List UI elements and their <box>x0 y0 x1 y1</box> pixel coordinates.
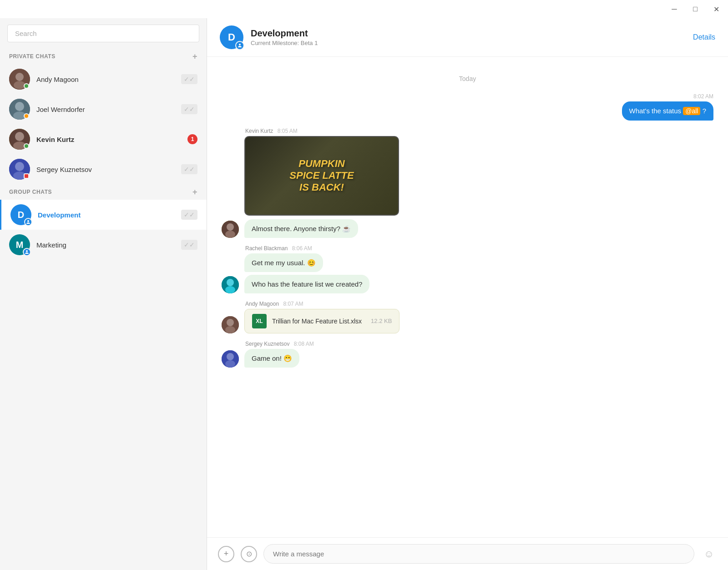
rachel-message-content: Rachel Blackman 8:06 AM Get me my usual.… <box>244 245 369 293</box>
status-dot-sergey <box>24 173 29 179</box>
rachel-message-row: Rachel Blackman 8:06 AM Get me my usual.… <box>222 245 713 293</box>
andy-sender-info: Andy Magoon 8:07 AM <box>244 301 399 307</box>
search-bar[interactable] <box>7 25 199 42</box>
emoji-button[interactable]: ☺ <box>701 546 717 562</box>
andy-msg-time: 8:07 AM <box>283 301 303 307</box>
svg-point-1 <box>15 73 24 81</box>
contact-kevin[interactable]: Kevin Kurtz 1 <box>0 124 207 154</box>
minimize-button[interactable]: ─ <box>668 3 681 15</box>
rachel-avatar <box>222 276 239 293</box>
close-button[interactable]: ✕ <box>710 3 723 15</box>
group-chats-section-header: GROUP CHATS + <box>0 184 207 200</box>
contact-name-kevin: Kevin Kurtz <box>36 136 187 143</box>
file-name: Trillian for Mac Feature List.xlsx <box>272 318 362 325</box>
sergey-message-content: Sergey Kuznetsov 8:08 AM Game on! 😁 <box>244 341 314 368</box>
sergey-avatar-img <box>222 350 239 368</box>
sent-message-wrap: 8:02 AM What's the status @all ? <box>622 93 713 121</box>
svg-point-17 <box>225 286 235 293</box>
group-badge-development <box>24 218 32 226</box>
chat-group-name: Development <box>251 28 693 39</box>
andy-avatar <box>222 316 239 333</box>
add-button[interactable]: + <box>218 546 234 562</box>
contact-sergey[interactable]: Sergey Kuznetsov ✓✓ <box>0 154 207 184</box>
maximize-button[interactable]: □ <box>689 3 702 15</box>
file-icon: XL <box>252 314 267 328</box>
message-input-area: + ⊙ ☺ <box>207 537 728 570</box>
rachel-sender-info: Rachel Blackman 8:06 AM <box>244 245 369 252</box>
contact-name-andy: Andy Magoon <box>36 76 181 83</box>
rachel-msg-time: 8:06 AM <box>292 245 312 252</box>
avatar-wrap-kevin <box>9 129 30 150</box>
group-development[interactable]: D Development ✓✓ <box>0 200 207 230</box>
add-private-chat-button[interactable]: + <box>192 52 197 61</box>
svg-point-10 <box>15 162 24 171</box>
sent-message-row: 8:02 AM What's the status @all ? <box>222 93 713 121</box>
unread-badge-kevin: 1 <box>187 134 197 144</box>
avatar-wrap-joel <box>9 99 30 120</box>
sent-message-bubble: What's the status @all ? <box>622 101 713 121</box>
svg-point-22 <box>227 353 234 360</box>
kevin-message-content: Kevin Kurtz 8:05 AM PumpkinSpice Latteis… <box>244 128 399 238</box>
kevin-image-message[interactable]: PumpkinSpice Latteis Back! <box>244 136 399 216</box>
tick-marketing: ✓✓ <box>181 240 197 250</box>
kevin-sender-info: Kevin Kurtz 8:05 AM <box>244 128 399 134</box>
add-icon: + <box>224 549 229 559</box>
group-badge-marketing <box>23 248 31 256</box>
file-bubble[interactable]: XL Trillian for Mac Feature List.xlsx 12… <box>244 309 399 333</box>
chat-header-avatar: D <box>220 25 243 49</box>
message-input[interactable] <box>263 544 694 564</box>
group-marketing[interactable]: M Marketing ✓✓ <box>0 230 207 260</box>
tick-joel: ✓✓ <box>181 104 197 114</box>
tick-andy: ✓✓ <box>181 74 197 84</box>
tick-sergey: ✓✓ <box>181 164 197 174</box>
andy-message-row: Andy Magoon 8:07 AM XL Trillian for Mac … <box>222 301 713 333</box>
status-dot-joel <box>24 113 29 119</box>
chat-header-info: Development Current Milestone: Beta 1 <box>251 28 693 46</box>
andy-sender-name: Andy Magoon <box>245 301 279 307</box>
svg-point-4 <box>15 102 24 111</box>
svg-point-14 <box>225 231 235 238</box>
avatar-wrap-andy <box>9 69 30 90</box>
kevin-msg-time: 8:05 AM <box>278 128 298 134</box>
andy-avatar-img <box>222 316 239 333</box>
contact-name-marketing: Marketing <box>36 241 181 249</box>
contact-andy[interactable]: Andy Magoon ✓✓ <box>0 64 207 94</box>
group-chats-label: GROUP CHATS <box>9 189 52 195</box>
camera-icon: ⊙ <box>246 550 252 558</box>
sidebar: PRIVATE CHATS + Andy Magoon ✓✓ <box>0 18 207 570</box>
contact-name-sergey: Sergey Kuznetsov <box>36 166 181 173</box>
sergey-sender-name: Sergey Kuznetsov <box>245 341 289 347</box>
sergey-sender-info: Sergey Kuznetsov 8:08 AM <box>244 341 314 347</box>
camera-button[interactable]: ⊙ <box>241 546 257 562</box>
rachel-bubble-1: Get me my usual. 😊 <box>244 253 323 272</box>
rachel-sender-name: Rachel Blackman <box>245 245 288 252</box>
sergey-msg-time: 8:08 AM <box>294 341 314 347</box>
rachel-bubble-2: Who has the feature list we created? <box>244 275 369 293</box>
contact-name-joel: Joel Werndorfer <box>36 106 181 113</box>
avatar-wrap-marketing: M <box>9 234 30 255</box>
add-group-chat-button[interactable]: + <box>192 188 197 196</box>
private-chats-label: PRIVATE CHATS <box>9 53 56 60</box>
at-mention: @all <box>683 107 700 115</box>
kevin-text-bubble: Almost there. Anyone thirsty? ☕ <box>244 219 358 238</box>
chat-header-group-badge <box>235 41 244 50</box>
chat-area: D Development Current Milestone: Beta 1 … <box>207 18 728 570</box>
sent-message-time: 8:02 AM <box>622 93 713 100</box>
svg-point-13 <box>227 223 234 231</box>
status-dot-andy <box>24 83 29 89</box>
contact-joel[interactable]: Joel Werndorfer ✓✓ <box>0 94 207 124</box>
andy-message-content: Andy Magoon 8:07 AM XL Trillian for Mac … <box>244 301 399 333</box>
kevin-message-row: Kevin Kurtz 8:05 AM PumpkinSpice Latteis… <box>222 128 713 238</box>
sergey-avatar <box>222 350 239 368</box>
details-link[interactable]: Details <box>693 33 715 41</box>
avatar-wrap-sergey <box>9 159 30 180</box>
search-input[interactable] <box>15 30 192 37</box>
main-layout: PRIVATE CHATS + Andy Magoon ✓✓ <box>0 18 728 570</box>
rachel-avatar-img <box>222 276 239 293</box>
chat-group-subtitle: Current Milestone: Beta 1 <box>251 40 693 46</box>
messages-container: Today 8:02 AM What's the status @all ? <box>207 57 728 537</box>
sent-message-text-after: ? <box>700 107 706 115</box>
svg-point-19 <box>227 319 234 326</box>
status-dot-kevin <box>24 143 29 149</box>
kevin-avatar <box>222 221 239 238</box>
